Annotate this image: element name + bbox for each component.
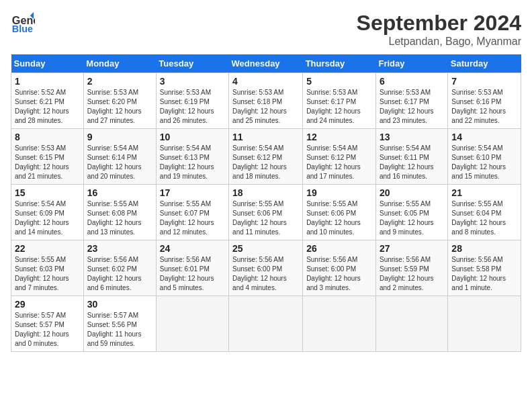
day-number: 14 [451, 132, 517, 142]
day-info: Sunrise: 5:55 AMSunset: 6:08 PMDaylight:… [87, 200, 142, 236]
day-cell-30: 30 Sunrise: 5:57 AMSunset: 5:56 PMDaylig… [83, 296, 156, 352]
day-number: 16 [87, 187, 152, 198]
day-cell-10: 10 Sunrise: 5:54 AMSunset: 6:13 PMDaylig… [156, 129, 228, 185]
day-number: 7 [451, 76, 517, 87]
day-number: 22 [15, 243, 80, 254]
day-info: Sunrise: 5:57 AMSunset: 5:56 PMDaylight:… [87, 312, 142, 347]
day-number: 1 [15, 76, 80, 87]
day-info: Sunrise: 5:54 AMSunset: 6:12 PMDaylight:… [306, 144, 361, 180]
day-info: Sunrise: 5:55 AMSunset: 6:06 PMDaylight:… [232, 200, 287, 236]
day-number: 21 [451, 187, 517, 198]
day-cell-4: 4 Sunrise: 5:53 AMSunset: 6:18 PMDayligh… [229, 73, 303, 129]
month-title: September 2024 [357, 11, 521, 36]
day-info: Sunrise: 5:53 AMSunset: 6:19 PMDaylight:… [160, 89, 214, 124]
day-cell-19: 19 Sunrise: 5:55 AMSunset: 6:06 PMDaylig… [303, 185, 376, 240]
day-info: Sunrise: 5:54 AMSunset: 6:12 PMDaylight:… [232, 144, 287, 180]
day-cell-5: 5 Sunrise: 5:53 AMSunset: 6:17 PMDayligh… [303, 73, 376, 129]
header-monday: Monday [83, 54, 156, 73]
day-info: Sunrise: 5:56 AMSunset: 6:00 PMDaylight:… [232, 256, 287, 291]
day-cell-15: 15 Sunrise: 5:54 AMSunset: 6:09 PMDaylig… [11, 185, 84, 240]
day-cell-14: 14 Sunrise: 5:54 AMSunset: 6:10 PMDaylig… [448, 129, 521, 185]
day-number: 10 [160, 132, 225, 142]
day-info: Sunrise: 5:54 AMSunset: 6:11 PMDaylight:… [380, 144, 434, 180]
day-cell-18: 18 Sunrise: 5:55 AMSunset: 6:06 PMDaylig… [229, 185, 303, 240]
location-title: Letpandan, Bago, Myanmar [357, 36, 521, 48]
day-info: Sunrise: 5:53 AMSunset: 6:17 PMDaylight:… [380, 89, 434, 124]
day-cell-24: 24 Sunrise: 5:56 AMSunset: 6:01 PMDaylig… [156, 240, 228, 296]
day-number: 25 [232, 243, 299, 254]
day-info: Sunrise: 5:55 AMSunset: 6:05 PMDaylight:… [380, 200, 434, 236]
day-number: 27 [380, 243, 444, 254]
day-info: Sunrise: 5:56 AMSunset: 5:58 PMDaylight:… [451, 256, 506, 291]
day-cell-2: 2 Sunrise: 5:53 AMSunset: 6:20 PMDayligh… [83, 73, 156, 129]
header-saturday: Saturday [448, 54, 521, 73]
day-cell-1: 1 Sunrise: 5:52 AMSunset: 6:21 PMDayligh… [11, 73, 84, 129]
day-cell-8: 8 Sunrise: 5:53 AMSunset: 6:15 PMDayligh… [11, 129, 84, 185]
day-cell-22: 22 Sunrise: 5:55 AMSunset: 6:03 PMDaylig… [11, 240, 84, 296]
day-number: 19 [306, 187, 372, 198]
page-header: General Blue September 2024 Letpandan, B… [11, 11, 521, 48]
day-cell-20: 20 Sunrise: 5:55 AMSunset: 6:05 PMDaylig… [375, 185, 447, 240]
day-cell-16: 16 Sunrise: 5:55 AMSunset: 6:08 PMDaylig… [83, 185, 156, 240]
day-info: Sunrise: 5:55 AMSunset: 6:06 PMDaylight:… [306, 200, 361, 236]
empty-cell [375, 296, 447, 352]
header-thursday: Thursday [303, 54, 376, 73]
day-info: Sunrise: 5:53 AMSunset: 6:20 PMDaylight:… [87, 89, 142, 124]
day-info: Sunrise: 5:53 AMSunset: 6:17 PMDaylight:… [306, 89, 361, 124]
day-number: 26 [306, 243, 372, 254]
day-info: Sunrise: 5:55 AMSunset: 6:04 PMDaylight:… [451, 200, 506, 236]
empty-cell [156, 296, 228, 352]
day-cell-25: 25 Sunrise: 5:56 AMSunset: 6:00 PMDaylig… [229, 240, 303, 296]
day-cell-17: 17 Sunrise: 5:55 AMSunset: 6:07 PMDaylig… [156, 185, 228, 240]
day-info: Sunrise: 5:53 AMSunset: 6:16 PMDaylight:… [451, 89, 506, 124]
day-cell-11: 11 Sunrise: 5:54 AMSunset: 6:12 PMDaylig… [229, 129, 303, 185]
day-number: 5 [306, 76, 372, 87]
day-cell-27: 27 Sunrise: 5:56 AMSunset: 5:59 PMDaylig… [375, 240, 447, 296]
day-cell-26: 26 Sunrise: 5:56 AMSunset: 6:00 PMDaylig… [303, 240, 376, 296]
day-cell-6: 6 Sunrise: 5:53 AMSunset: 6:17 PMDayligh… [375, 73, 447, 129]
day-number: 12 [306, 132, 372, 142]
day-number: 13 [380, 132, 444, 142]
header-friday: Friday [375, 54, 447, 73]
logo-icon: General Blue [11, 11, 35, 35]
day-number: 3 [160, 76, 225, 87]
day-cell-13: 13 Sunrise: 5:54 AMSunset: 6:11 PMDaylig… [375, 129, 447, 185]
day-cell-23: 23 Sunrise: 5:56 AMSunset: 6:02 PMDaylig… [83, 240, 156, 296]
day-info: Sunrise: 5:57 AMSunset: 5:57 PMDaylight:… [15, 312, 69, 347]
week-row-5: 29 Sunrise: 5:57 AMSunset: 5:57 PMDaylig… [11, 296, 521, 352]
week-row-3: 15 Sunrise: 5:54 AMSunset: 6:09 PMDaylig… [11, 185, 521, 240]
day-number: 9 [87, 132, 152, 142]
day-info: Sunrise: 5:53 AMSunset: 6:15 PMDaylight:… [15, 144, 69, 180]
empty-cell [303, 296, 376, 352]
day-number: 28 [451, 243, 517, 254]
day-info: Sunrise: 5:54 AMSunset: 6:10 PMDaylight:… [451, 144, 506, 180]
day-cell-7: 7 Sunrise: 5:53 AMSunset: 6:16 PMDayligh… [448, 73, 521, 129]
logo: General Blue [11, 11, 35, 35]
day-cell-12: 12 Sunrise: 5:54 AMSunset: 6:12 PMDaylig… [303, 129, 376, 185]
header-row: SundayMondayTuesdayWednesdayThursdayFrid… [11, 54, 521, 73]
day-number: 8 [15, 132, 80, 142]
week-row-4: 22 Sunrise: 5:55 AMSunset: 6:03 PMDaylig… [11, 240, 521, 296]
empty-cell [229, 296, 303, 352]
day-info: Sunrise: 5:56 AMSunset: 5:59 PMDaylight:… [380, 256, 434, 291]
header-sunday: Sunday [11, 54, 84, 73]
day-cell-9: 9 Sunrise: 5:54 AMSunset: 6:14 PMDayligh… [83, 129, 156, 185]
day-number: 11 [232, 132, 299, 142]
day-number: 20 [380, 187, 444, 198]
title-area: September 2024 Letpandan, Bago, Myanmar [357, 11, 521, 48]
day-info: Sunrise: 5:54 AMSunset: 6:09 PMDaylight:… [15, 200, 69, 236]
day-info: Sunrise: 5:56 AMSunset: 6:00 PMDaylight:… [306, 256, 361, 291]
empty-cell [448, 296, 521, 352]
day-info: Sunrise: 5:54 AMSunset: 6:14 PMDaylight:… [87, 144, 142, 180]
day-number: 30 [87, 299, 152, 310]
day-number: 17 [160, 187, 225, 198]
week-row-2: 8 Sunrise: 5:53 AMSunset: 6:15 PMDayligh… [11, 129, 521, 185]
week-row-1: 1 Sunrise: 5:52 AMSunset: 6:21 PMDayligh… [11, 73, 521, 129]
day-cell-21: 21 Sunrise: 5:55 AMSunset: 6:04 PMDaylig… [448, 185, 521, 240]
day-info: Sunrise: 5:56 AMSunset: 6:02 PMDaylight:… [87, 256, 142, 291]
day-number: 15 [15, 187, 80, 198]
day-cell-29: 29 Sunrise: 5:57 AMSunset: 5:57 PMDaylig… [11, 296, 84, 352]
day-number: 6 [380, 76, 444, 87]
day-cell-28: 28 Sunrise: 5:56 AMSunset: 5:58 PMDaylig… [448, 240, 521, 296]
calendar-table: SundayMondayTuesdayWednesdayThursdayFrid… [11, 54, 521, 352]
